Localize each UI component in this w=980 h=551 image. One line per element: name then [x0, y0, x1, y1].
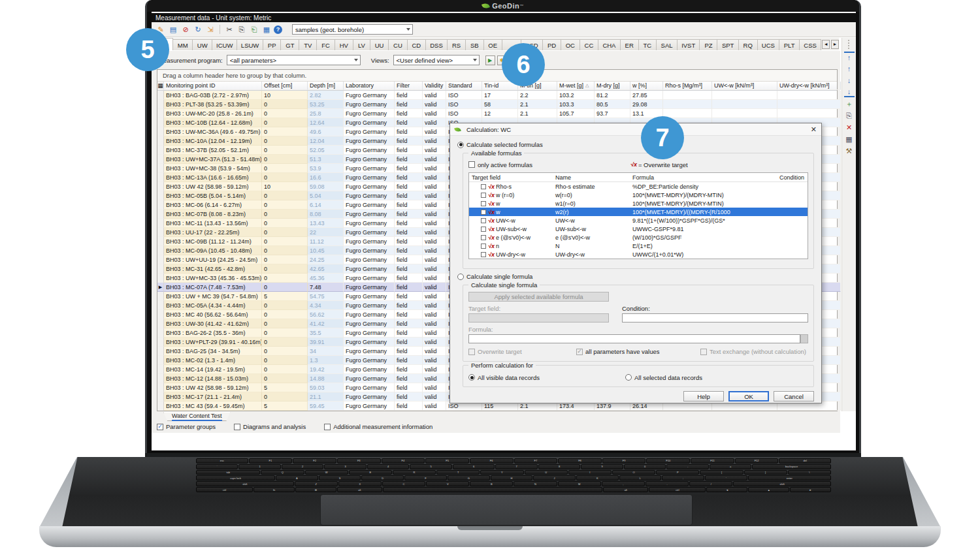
key-C[interactable]: C [382, 481, 425, 486]
run-view-button[interactable]: ▶ [485, 55, 495, 65]
key-space[interactable] [383, 487, 603, 492]
only-active-checkbox[interactable] [468, 161, 475, 168]
key--[interactable]: - [666, 464, 708, 469]
key-O[interactable]: O [612, 470, 655, 475]
key-0[interactable]: 0 [624, 464, 666, 469]
tab-PD[interactable]: PD [542, 39, 561, 50]
key-caps lock[interactable]: caps lock [196, 475, 275, 480]
views-select[interactable]: <User defined view> [393, 55, 480, 65]
tab-scroll-left-icon[interactable]: ◄ [822, 40, 830, 49]
col-name[interactable]: Name [553, 173, 630, 181]
key-F11[interactable]: F11 [691, 458, 734, 464]
cancel-icon[interactable]: ⊘ [180, 24, 191, 35]
tab-RQ[interactable]: RQ [738, 39, 758, 50]
key-F10[interactable]: F10 [646, 458, 690, 464]
key-W[interactable]: W [305, 470, 348, 475]
footer-checkbox[interactable]: Parameter groups [157, 423, 216, 430]
key-L[interactable]: L [619, 475, 662, 480]
key-B[interactable]: B [470, 481, 513, 486]
tab-IVST[interactable]: IVST [677, 39, 700, 50]
key-⊞[interactable]: ⊞ [295, 487, 336, 492]
formula-row[interactable]: √xw (r=0)w(r=0)100*(MWET-MDRY)/(MDRY-MTI… [469, 191, 808, 199]
tab-PZ[interactable]: PZ [699, 39, 717, 50]
tab-PLT[interactable]: PLT [779, 39, 800, 50]
perform-radio[interactable]: All selected data records [625, 374, 702, 381]
key-tab[interactable]: tab [196, 470, 260, 475]
calculator-icon[interactable]: ▦ [844, 134, 855, 144]
formula-row[interactable]: √xnNE/(1+E) [469, 242, 808, 250]
key-U[interactable]: U [525, 470, 568, 475]
key-ctrl[interactable]: ctrl [649, 487, 706, 492]
formula-row[interactable]: √xww2(r)100*(MWET-MDRY)/((MDRY-(R/1000 [469, 208, 808, 216]
tab-LSUW[interactable]: LSUW [237, 39, 263, 50]
key-Y[interactable]: Y [480, 470, 523, 475]
column-header-6[interactable]: Validity [423, 82, 446, 90]
column-header-1[interactable]: Monitoring point ID [164, 82, 262, 90]
first-record-icon[interactable]: ↑ [844, 52, 855, 62]
key-R[interactable]: R [393, 470, 436, 475]
last-record-icon[interactable]: ↓ [844, 87, 855, 97]
key-shift[interactable]: shift [196, 481, 294, 486]
key-F12[interactable]: F12 [735, 458, 779, 464]
formula-input[interactable] [468, 334, 800, 343]
key-T[interactable]: T [436, 470, 480, 475]
formula-row[interactable]: √xUW-sub<-wUW-sub<-wUWWC-GSPF*9.81 [469, 225, 808, 233]
key-K[interactable]: K [576, 475, 619, 480]
key-V[interactable]: V [426, 481, 469, 486]
key-3[interactable]: 3 [324, 464, 366, 469]
radio-calculate-single[interactable]: Calculate single formula [457, 272, 814, 281]
key-▲[interactable]: ▲ [748, 487, 789, 492]
key-esc[interactable]: esc [196, 458, 248, 464]
formula-row[interactable]: √xUW<-wUW<-w9.81*((1+(W/100))*GSPF*GS)/(… [469, 216, 808, 225]
copy-record-icon[interactable]: ⎘ [844, 110, 855, 121]
tab-DSS[interactable]: DSS [425, 39, 448, 50]
tab-PP[interactable]: PP [263, 39, 282, 50]
bottom-tab-water-content[interactable]: Water Content Test [163, 412, 231, 421]
tab-SAL[interactable]: SAL [656, 39, 678, 50]
key-'[interactable]: ' [705, 475, 747, 480]
key-alt[interactable]: alt [337, 487, 382, 492]
key-alt[interactable]: alt [603, 487, 648, 492]
apply-formula-button[interactable]: Apply selected available formula [468, 292, 609, 302]
key-fn[interactable]: fn [253, 487, 295, 492]
formula-row[interactable]: √xUW-dry<-wUW-dry<-wUWWC/(1+0.01*W) [469, 250, 808, 259]
column-header-5[interactable]: Filter [395, 82, 423, 90]
tab-TC[interactable]: TC [638, 39, 657, 50]
tab-scroll-right-icon[interactable]: ► [831, 40, 839, 49]
column-header-15[interactable]: UW-dry<-w [kN/m³] [777, 82, 841, 90]
key-F4[interactable]: F4 [382, 458, 425, 464]
radio-calculate-selected[interactable]: Calculate selected formulas [457, 140, 814, 150]
key-backspace[interactable]: backspace [752, 464, 831, 469]
tab-OE[interactable]: OE [483, 39, 502, 50]
key-►[interactable]: ► [790, 487, 831, 492]
key-I[interactable]: I [568, 470, 612, 475]
tab-CC[interactable]: CC [580, 39, 598, 50]
col-condition[interactable]: Condition [777, 173, 808, 181]
key-=[interactable]: = [710, 464, 751, 469]
key-5[interactable]: 5 [410, 464, 451, 469]
tools-icon[interactable]: ⚒ [844, 146, 855, 156]
key-.[interactable]: . [645, 481, 689, 486]
key-F5[interactable]: F5 [425, 458, 469, 464]
formula-row[interactable]: √xRho-sRho-s estimate%DP_BE:Particle den… [469, 182, 808, 191]
ok-button[interactable]: OK [728, 391, 769, 401]
image-icon[interactable]: ▦ [261, 24, 272, 35]
footer-checkbox[interactable]: Diagrams and analysis [234, 423, 306, 430]
key-J[interactable]: J [533, 475, 576, 480]
tab-SB[interactable]: SB [465, 39, 484, 50]
key-S[interactable]: S [319, 475, 361, 480]
condition-input[interactable] [622, 313, 808, 323]
col-target-field[interactable]: Target field [469, 173, 553, 181]
key-ctrl[interactable]: ctrl [196, 487, 253, 492]
column-header-4[interactable]: Laboratory [344, 82, 395, 90]
tab-GT[interactable]: GT [280, 39, 299, 50]
help-icon[interactable]: ? [274, 25, 282, 34]
column-header-2[interactable]: Offset [cm] [262, 82, 308, 90]
column-header-13[interactable]: Rho-s [Mg/m³] [663, 82, 712, 90]
dialog-checkbox[interactable]: Overwrite target [468, 348, 576, 355]
key-del[interactable]: del [779, 458, 831, 464]
key-`[interactable]: ` [196, 464, 238, 469]
group-by-hint[interactable]: Drag a column header here to group by th… [157, 70, 837, 82]
key-P[interactable]: P [656, 470, 699, 475]
dialog-checkbox[interactable]: Text exchange (without calculation) [700, 348, 806, 355]
